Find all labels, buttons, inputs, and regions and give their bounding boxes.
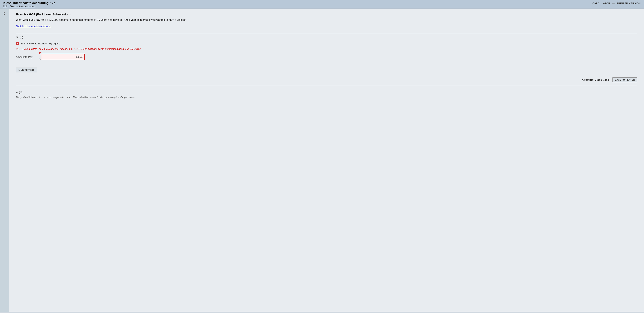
left-sidebar: ES — [0, 9, 9, 312]
help-link[interactable]: Help — [3, 5, 8, 8]
incorrect-icon: x — [16, 42, 19, 45]
part-a-collapse-arrow[interactable] — [16, 36, 18, 38]
part-b-header: (b) — [16, 91, 637, 94]
attempts-text: Attempts: 3 of 5 used — [582, 78, 609, 82]
content-area: Exercise 6-07 (Part Level Submission) Wh… — [9, 9, 644, 312]
exercise-description: What would you pay for a $175,000 debent… — [16, 18, 637, 22]
top-bar-right: CALCULATOR — PRINTER VERSION — [592, 1, 641, 5]
factor-tables-link[interactable]: Click here to view factor tables. — [16, 25, 51, 28]
link-separator: | — [9, 5, 10, 8]
top-bar: Kieso, Intermediate Accounting, 17e Help… — [0, 0, 644, 9]
amount-to-pay-input[interactable] — [41, 54, 85, 60]
main-layout: ES Exercise 6-07 (Part Level Submission)… — [0, 9, 644, 312]
top-bar-left: Kieso, Intermediate Accounting, 17e Help… — [3, 1, 55, 8]
system-announcements-link[interactable]: System Announcements — [10, 5, 36, 8]
top-bar-links: Help | System Announcements — [3, 5, 55, 8]
round-note: 2%? (Round factor values to 5 decimal pl… — [16, 48, 637, 50]
printer-link[interactable]: PRINTER VERSION — [617, 2, 641, 5]
incorrect-text: Your answer is incorrect. Try again. — [21, 42, 60, 45]
dollar-sign: $ — [40, 57, 41, 60]
part-a-header: (a) — [16, 36, 637, 39]
input-wrapper: x $ — [40, 54, 85, 60]
part-a-label: (a) — [20, 36, 23, 39]
amount-label: Amount to Pay — [16, 56, 38, 58]
link-to-text-button[interactable]: LINK TO TEXT — [16, 68, 37, 72]
section-divider-2 — [16, 65, 637, 65]
sidebar-label: ES — [3, 12, 6, 15]
part-b-label: (b) — [19, 91, 22, 94]
save-for-later-button[interactable]: SAVE FOR LATER — [612, 78, 637, 82]
calculator-link[interactable]: CALCULATOR — [592, 2, 610, 5]
amount-row: Amount to Pay x $ — [16, 54, 637, 60]
tool-separator: — — [612, 2, 615, 5]
page-title: Kieso, Intermediate Accounting, 17e — [3, 1, 55, 5]
attempts-row: Attempts: 3 of 5 used SAVE FOR LATER — [16, 78, 637, 86]
part-b-section: (b) The parts of this question must be c… — [16, 91, 637, 98]
exercise-title: Exercise 6-07 (Part Level Submission) — [16, 13, 637, 16]
input-error-marker: x — [39, 52, 42, 54]
part-b-expand-arrow[interactable] — [16, 91, 18, 94]
incorrect-box: x Your answer is incorrect. Try again. — [16, 42, 637, 45]
part-b-note: The parts of this question must be compl… — [16, 96, 637, 98]
